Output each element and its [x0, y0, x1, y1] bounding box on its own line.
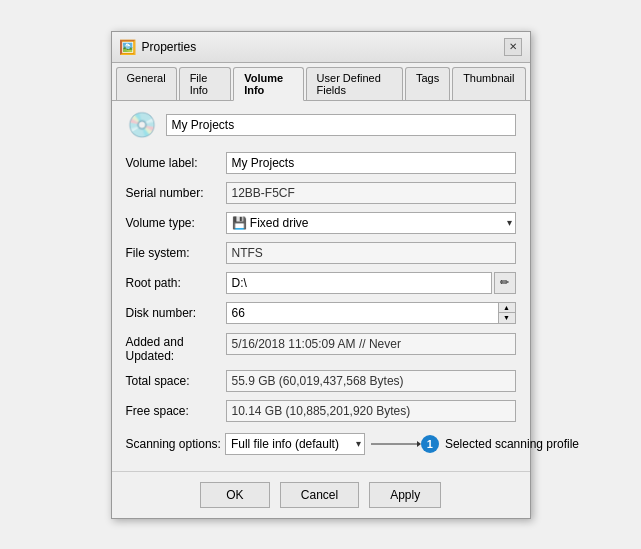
ok-button[interactable]: OK — [200, 482, 270, 508]
root-path-input[interactable] — [226, 272, 492, 294]
total-space-row: Total space: — [126, 369, 516, 393]
content-area: 💿 Volume label: Serial number: Volume ty… — [112, 101, 530, 471]
serial-number-input[interactable] — [226, 182, 516, 204]
free-space-input[interactable] — [226, 400, 516, 422]
spinner-down-button[interactable]: ▼ — [499, 313, 515, 323]
cancel-button[interactable]: Cancel — [280, 482, 359, 508]
tab-volume-info[interactable]: Volume Info — [233, 67, 303, 101]
volume-type-label: Volume type: — [126, 216, 226, 230]
close-button[interactable]: ✕ — [504, 38, 522, 56]
root-path-edit-button[interactable]: ✏ — [494, 272, 516, 294]
spinner-up-button[interactable]: ▲ — [499, 303, 515, 314]
total-space-label: Total space: — [126, 374, 226, 388]
volume-label-row: Volume label: — [126, 151, 516, 175]
tab-file-info[interactable]: File Info — [179, 67, 232, 100]
disk-number-spinner: ▲ ▼ — [226, 302, 516, 324]
free-space-row: Free space: — [126, 399, 516, 423]
title-bar: 🖼️ Properties ✕ — [112, 32, 530, 63]
serial-number-label: Serial number: — [126, 186, 226, 200]
dialog-title: Properties — [142, 40, 197, 54]
dialog-footer: OK Cancel Apply — [112, 471, 530, 518]
root-path-row: Root path: ✏ — [126, 271, 516, 295]
file-system-input[interactable] — [226, 242, 516, 264]
free-space-label: Free space: — [126, 404, 226, 418]
added-updated-row: Added and Updated: — [126, 331, 516, 363]
annotation-badge: 1 — [421, 435, 439, 453]
serial-number-row: Serial number: — [126, 181, 516, 205]
properties-dialog: 🖼️ Properties ✕ General File Info Volume… — [111, 31, 531, 519]
root-path-wrapper: ✏ — [226, 272, 516, 294]
file-system-row: File system: — [126, 241, 516, 265]
tab-bar: General File Info Volume Info User Defin… — [112, 63, 530, 101]
volume-type-select-wrapper: 💾 Fixed drive ▾ — [226, 212, 516, 234]
disk-number-row: Disk number: ▲ ▼ — [126, 301, 516, 325]
title-icon: 🖼️ — [120, 39, 136, 55]
drive-icon: 💿 — [126, 111, 158, 139]
root-path-label: Root path: — [126, 276, 226, 290]
tab-user-defined-fields[interactable]: User Defined Fields — [306, 67, 403, 100]
header-row: 💿 — [126, 111, 516, 139]
disk-number-input[interactable] — [226, 302, 498, 324]
tab-thumbnail[interactable]: Thumbnail — [452, 67, 525, 100]
scanning-options-container: Scanning options: Full file info (defaul… — [126, 433, 516, 455]
volume-type-row: Volume type: 💾 Fixed drive ▾ — [126, 211, 516, 235]
added-updated-label: Added and Updated: — [126, 333, 226, 363]
annotation-text: Selected scanning profile — [445, 437, 579, 451]
annotation-arrow-line — [371, 437, 421, 451]
volume-type-select[interactable]: 💾 Fixed drive — [226, 212, 516, 234]
tab-general[interactable]: General — [116, 67, 177, 100]
spinner-buttons: ▲ ▼ — [498, 302, 516, 324]
file-system-label: File system: — [126, 246, 226, 260]
tab-tags[interactable]: Tags — [405, 67, 450, 100]
added-updated-input[interactable] — [226, 333, 516, 355]
scanning-options-select[interactable]: Full file info (default) — [225, 433, 365, 455]
total-space-input[interactable] — [226, 370, 516, 392]
disk-number-label: Disk number: — [126, 306, 226, 320]
scanning-options-row: Scanning options: Full file info (defaul… — [126, 433, 516, 455]
scanning-options-select-wrapper: Full file info (default) ▾ — [225, 433, 365, 455]
scanning-options-label: Scanning options: — [126, 437, 221, 451]
volume-label-input[interactable] — [226, 152, 516, 174]
volume-label-label: Volume label: — [126, 156, 226, 170]
volume-name-input[interactable] — [166, 114, 516, 136]
apply-button[interactable]: Apply — [369, 482, 441, 508]
